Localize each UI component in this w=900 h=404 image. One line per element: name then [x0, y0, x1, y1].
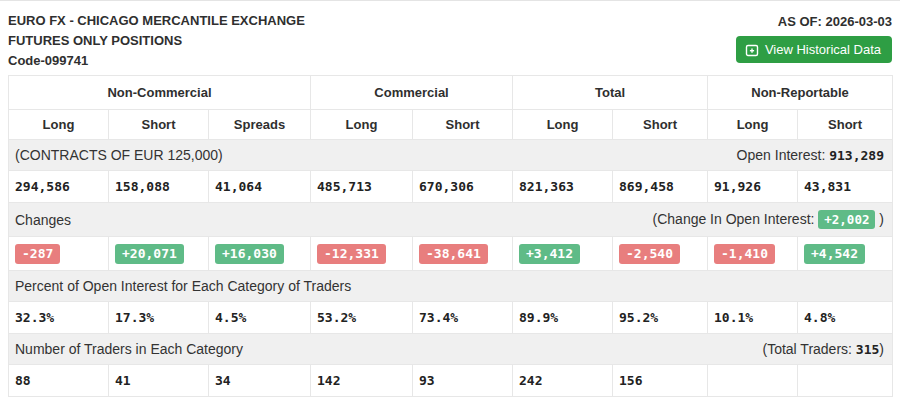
- col-header-t-short: Short: [613, 110, 708, 140]
- percent-row: 32.3% 17.3% 4.5% 53.2% 73.4% 89.9% 95.2%…: [9, 302, 893, 334]
- position-cell: 485,713: [311, 171, 413, 203]
- change-badge: -287: [15, 244, 60, 264]
- change-badge: +20,071: [115, 244, 184, 264]
- traders-row: 88 41 34 142 93 242 156: [9, 365, 893, 397]
- change-cell: -1,410: [708, 237, 798, 271]
- traders-cell: 88: [9, 365, 109, 397]
- col-header-nc-long: Long: [9, 110, 109, 140]
- change-in-open-interest: (Change In Open Interest: +2,002 ): [653, 210, 884, 229]
- open-interest: Open Interest: 913,289: [737, 147, 884, 163]
- percent-cell: 89.9%: [513, 302, 613, 334]
- col-header-nr-long: Long: [708, 110, 798, 140]
- change-badge: -12,331: [317, 244, 386, 264]
- change-cell: -38,641: [413, 237, 513, 271]
- change-badge: -1,410: [714, 244, 775, 264]
- positions-row: 294,586 158,088 41,064 485,713 670,306 8…: [9, 171, 893, 203]
- report-title: EURO FX - CHICAGO MERCANTILE EXCHANGE: [8, 11, 892, 31]
- traders-cell: 41: [109, 365, 209, 397]
- group-header-total: Total: [513, 76, 708, 110]
- traders-cell: 142: [311, 365, 413, 397]
- report-header: EURO FX - CHICAGO MERCANTILE EXCHANGE FU…: [0, 1, 900, 75]
- traders-cell: [798, 365, 893, 397]
- change-cell: +16,030: [209, 237, 311, 271]
- traders-cell: 93: [413, 365, 513, 397]
- traders-label: Number of Traders in Each Category: [15, 341, 243, 357]
- total-traders-value: 315: [856, 342, 879, 357]
- percent-cell: 32.3%: [9, 302, 109, 334]
- percent-cell: 95.2%: [613, 302, 708, 334]
- group-header-commercial: Commercial: [311, 76, 513, 110]
- view-historical-data-label: View Historical Data: [765, 42, 881, 57]
- percent-cell: 53.2%: [311, 302, 413, 334]
- traders-cell: 156: [613, 365, 708, 397]
- change-cell: +3,412: [513, 237, 613, 271]
- position-cell: 821,363: [513, 171, 613, 203]
- contracts-band-row: (CONTRACTS OF EUR 125,000) Open Interest…: [9, 140, 893, 171]
- traders-cell: 34: [209, 365, 311, 397]
- col-header-nc-spreads: Spreads: [209, 110, 311, 140]
- percent-band-row: Percent of Open Interest for Each Catego…: [9, 271, 893, 302]
- position-cell: 41,064: [209, 171, 311, 203]
- change-cell: +4,542: [798, 237, 893, 271]
- traders-cell: [708, 365, 798, 397]
- col-header-nc-short: Short: [109, 110, 209, 140]
- group-header-non-reportable: Non-Reportable: [708, 76, 893, 110]
- sub-header-row: Long Short Spreads Long Short Long Short…: [9, 110, 893, 140]
- change-badge: -2,540: [619, 244, 680, 264]
- change-cell: -2,540: [613, 237, 708, 271]
- position-cell: 91,926: [708, 171, 798, 203]
- change-cell: +20,071: [109, 237, 209, 271]
- change-cell: -12,331: [311, 237, 413, 271]
- percent-cell: 4.5%: [209, 302, 311, 334]
- percent-cell: 17.3%: [109, 302, 209, 334]
- col-header-t-long: Long: [513, 110, 613, 140]
- traders-cell: 242: [513, 365, 613, 397]
- contracts-label: (CONTRACTS OF EUR 125,000): [15, 147, 223, 163]
- percent-cell: 73.4%: [413, 302, 513, 334]
- percent-label: Percent of Open Interest for Each Catego…: [15, 278, 351, 294]
- traders-band-row: Number of Traders in Each Category (Tota…: [9, 334, 893, 365]
- view-historical-data-button[interactable]: View Historical Data: [736, 36, 892, 63]
- group-header-non-commercial: Non-Commercial: [9, 76, 311, 110]
- open-interest-value: 913,289: [829, 148, 884, 163]
- changes-label: Changes: [15, 212, 71, 228]
- change-badge: -38,641: [419, 244, 488, 264]
- changes-band-row: Changes (Change In Open Interest: +2,002…: [9, 203, 893, 237]
- position-cell: 670,306: [413, 171, 513, 203]
- change-badge: +4,542: [804, 244, 865, 264]
- calendar-plus-icon: [745, 43, 759, 57]
- change-badge: +3,412: [519, 244, 580, 264]
- position-cell: 158,088: [109, 171, 209, 203]
- changes-row: -287 +20,071 +16,030 -12,331 -38,641 +3,…: [9, 237, 893, 271]
- col-header-c-short: Short: [413, 110, 513, 140]
- percent-cell: 4.8%: [798, 302, 893, 334]
- position-cell: 869,458: [613, 171, 708, 203]
- total-traders: (Total Traders: 315): [762, 341, 884, 357]
- col-header-c-long: Long: [311, 110, 413, 140]
- cot-report-table: Non-Commercial Commercial Total Non-Repo…: [8, 75, 893, 397]
- position-cell: 294,586: [9, 171, 109, 203]
- change-oi-badge: +2,002: [818, 210, 875, 229]
- percent-cell: 10.1%: [708, 302, 798, 334]
- group-header-row: Non-Commercial Commercial Total Non-Repo…: [9, 76, 893, 110]
- change-badge: +16,030: [215, 244, 284, 264]
- col-header-nr-short: Short: [798, 110, 893, 140]
- as-of-date: AS OF: 2026-03-03: [778, 14, 892, 29]
- change-cell: -287: [9, 237, 109, 271]
- position-cell: 43,831: [798, 171, 893, 203]
